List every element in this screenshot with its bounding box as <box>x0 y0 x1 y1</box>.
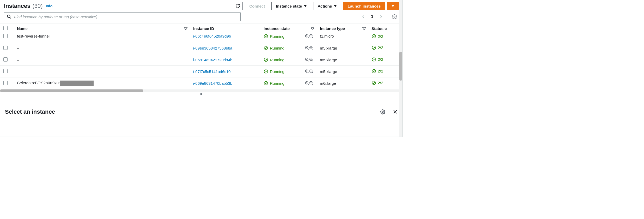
vertical-scrollbar[interactable] <box>399 0 402 137</box>
settings-button[interactable] <box>388 13 399 20</box>
select-all-checkbox[interactable] <box>3 26 8 30</box>
zoom-icons[interactable] <box>305 34 314 39</box>
table-row[interactable]: –i-07f7c5c5141a46c10Runningm5.xlarge2/2 <box>0 66 402 77</box>
instance-name: – <box>17 46 19 50</box>
filter-icon[interactable] <box>311 27 314 30</box>
instance-type: t1.micro <box>320 34 334 38</box>
row-checkbox[interactable] <box>3 69 8 73</box>
close-icon <box>393 110 398 114</box>
svg-line-19 <box>308 48 309 50</box>
svg-point-23 <box>372 46 376 50</box>
instances-table-wrap: Name Instance ID Instance state Instance… <box>0 23 402 89</box>
chevron-right-icon <box>379 14 383 19</box>
pager-page: 1 <box>369 14 375 19</box>
search-icon <box>7 14 11 19</box>
instance-id-link[interactable]: i-09ee3653427568e8a <box>193 46 232 50</box>
search-input[interactable] <box>14 15 238 19</box>
filter-icon[interactable] <box>362 27 366 30</box>
scrollbar-thumb[interactable] <box>399 52 402 81</box>
detail-settings-button[interactable] <box>380 109 385 114</box>
table-row[interactable]: Celerdata:BE:92o0rt9xu:i-069e8631470bab5… <box>0 77 402 89</box>
col-instance-id[interactable]: Instance ID <box>190 23 260 34</box>
divider <box>389 109 389 115</box>
chevron-down-icon <box>392 5 394 7</box>
svg-line-28 <box>308 60 309 61</box>
launch-instances-caret[interactable] <box>387 2 399 10</box>
svg-line-10 <box>308 37 309 38</box>
page-title: Instances (30) <box>4 3 43 9</box>
svg-point-14 <box>372 34 376 38</box>
connect-button: Connect <box>245 2 269 10</box>
instance-name: – <box>17 69 19 74</box>
status-check: 2/2 <box>372 34 383 39</box>
col-instance-state[interactable]: Instance state <box>260 23 317 34</box>
svg-point-42 <box>264 81 268 85</box>
zoom-icons[interactable] <box>305 46 314 50</box>
svg-point-33 <box>264 70 268 73</box>
drag-handle-icon: = <box>200 92 202 96</box>
table-row[interactable]: –i-06814a9421720d84bRunningm5.xlarge2/2 <box>0 54 402 66</box>
chevron-down-icon <box>334 5 337 7</box>
detail-title: Select an instance <box>5 108 55 115</box>
svg-point-60 <box>382 111 384 112</box>
pager-prev[interactable] <box>360 13 367 20</box>
actions-dropdown[interactable]: Actions <box>313 2 341 10</box>
svg-line-22 <box>312 48 313 50</box>
svg-line-31 <box>312 60 313 61</box>
title-text: Instances <box>4 3 31 9</box>
svg-marker-3 <box>184 27 187 30</box>
svg-line-13 <box>312 37 313 38</box>
svg-marker-5 <box>362 27 366 30</box>
filter-icon[interactable] <box>184 27 187 30</box>
detail-panel: Select an instance <box>0 96 402 127</box>
search-container[interactable] <box>4 12 241 21</box>
panel-splitter[interactable]: = <box>0 92 402 96</box>
instance-id-link[interactable]: i-06c4e6f64520a9d96 <box>193 34 231 38</box>
col-name[interactable]: Name <box>14 23 190 34</box>
instance-type: m5.xlarge <box>320 46 337 50</box>
instance-id-link[interactable]: i-069e8631470bab53b <box>193 81 232 86</box>
instance-count: (30) <box>33 3 43 9</box>
instance-state-dropdown[interactable]: Instance state <box>271 2 311 10</box>
refresh-icon <box>235 4 240 8</box>
instance-name: test-reverse-tunnel <box>17 34 50 38</box>
row-checkbox[interactable] <box>3 81 8 85</box>
status-check: 2/2 <box>372 57 383 62</box>
zoom-icons[interactable] <box>305 57 314 62</box>
state-running: Running <box>264 34 284 39</box>
instance-name: – <box>17 58 19 62</box>
redacted-block <box>60 81 94 86</box>
row-checkbox[interactable] <box>3 34 8 38</box>
svg-marker-4 <box>311 27 314 30</box>
col-instance-type[interactable]: Instance type <box>317 23 368 34</box>
status-check: 2/2 <box>372 81 383 85</box>
instance-id-link[interactable]: i-06814a9421720d84b <box>193 58 232 62</box>
state-running: Running <box>264 81 284 86</box>
info-link[interactable]: Info <box>46 4 53 8</box>
table-row[interactable]: –i-09ee3653427568e8aRunningm5.xlarge2/2 <box>0 42 402 54</box>
close-button[interactable] <box>393 110 398 114</box>
zoom-icons[interactable] <box>305 69 314 74</box>
pager-next[interactable] <box>378 13 384 20</box>
svg-line-40 <box>312 72 313 73</box>
state-running: Running <box>264 57 284 62</box>
horizontal-scrollbar[interactable] <box>0 89 402 92</box>
scrollbar-thumb[interactable] <box>0 89 143 92</box>
gear-icon <box>380 109 385 114</box>
launch-instances-button[interactable]: Launch instances <box>343 2 385 10</box>
row-checkbox[interactable] <box>3 46 8 50</box>
instance-id-link[interactable]: i-07f7c5c5141a46c10 <box>193 69 230 74</box>
refresh-button[interactable] <box>233 2 243 10</box>
svg-point-32 <box>372 58 376 61</box>
zoom-icons[interactable] <box>305 81 314 86</box>
pager: 1 <box>360 13 399 20</box>
gear-icon <box>392 14 397 19</box>
col-status[interactable]: Status c <box>368 23 402 34</box>
svg-line-37 <box>308 72 309 73</box>
svg-point-41 <box>372 69 376 73</box>
state-running: Running <box>264 46 284 50</box>
instance-type: m5.xlarge <box>320 69 337 74</box>
chevron-left-icon <box>362 14 365 19</box>
row-checkbox[interactable] <box>3 57 8 62</box>
table-row[interactable]: test-reverse-tunneli-06c4e6f64520a9d96Ru… <box>0 34 402 42</box>
